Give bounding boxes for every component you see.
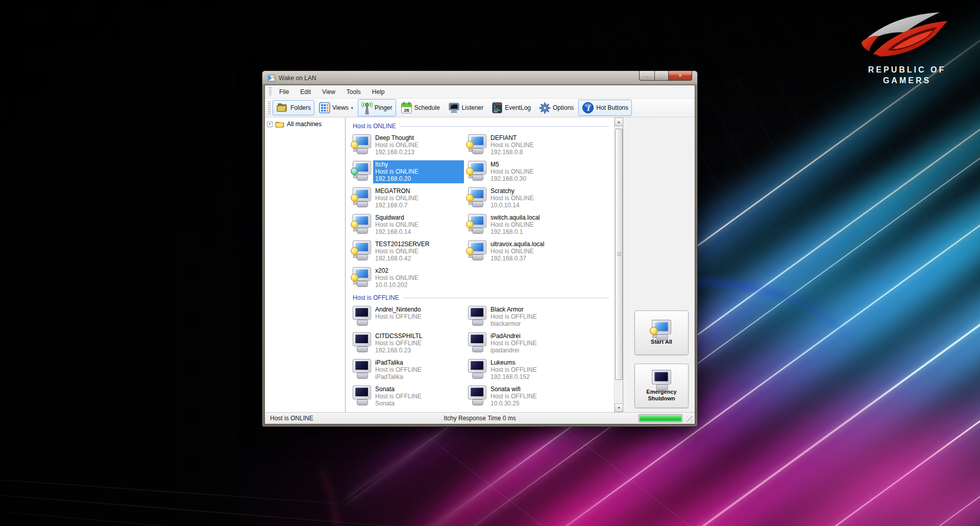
eventlog-label: EventLog bbox=[505, 104, 531, 111]
offline-section-header: Host is OFFLINE bbox=[353, 292, 614, 303]
computer-online-icon bbox=[353, 134, 371, 148]
host-address: 192.168.0.7 bbox=[375, 202, 462, 209]
minimize-button[interactable]: — bbox=[639, 71, 654, 81]
host-item-x202[interactable]: x202Host is ONLINE10.0.10.202 bbox=[353, 266, 468, 292]
bulb-icon bbox=[466, 141, 474, 149]
bulb-icon bbox=[351, 247, 358, 255]
hot-buttons-panel: Start All Emergency Shutdown bbox=[623, 117, 695, 412]
host-status: Host is OFFLINE bbox=[491, 340, 577, 347]
views-label: Views bbox=[332, 104, 349, 111]
scrollbar-thumb[interactable] bbox=[615, 129, 623, 380]
title-bar[interactable]: Wake on LAN — ▢ ✕ bbox=[262, 71, 697, 85]
emergency-shutdown-button[interactable]: Emergency Shutdown bbox=[634, 364, 689, 408]
host-item-m5[interactable]: M5Host is ONLINE192.168.0.30 bbox=[468, 159, 583, 186]
schedule-label: Schedule bbox=[414, 104, 440, 111]
host-item-squidward[interactable]: SquidwardHost is ONLINE192.168.0.14 bbox=[353, 212, 468, 239]
host-status: Host is OFFLINE bbox=[375, 340, 462, 347]
resize-grip[interactable] bbox=[687, 416, 693, 422]
host-status: Host is ONLINE bbox=[491, 141, 577, 149]
eventlog-button[interactable]: EventLog bbox=[488, 100, 534, 115]
host-item-ipadandrei[interactable]: iPadAndreiHost is OFFLINEipadandrei bbox=[468, 331, 583, 357]
listener-button[interactable]: Listener bbox=[445, 100, 487, 115]
scroll-up-button[interactable]: ▲ bbox=[615, 117, 623, 126]
tree-node-label: All machines bbox=[287, 121, 322, 128]
tree-expander-icon[interactable]: + bbox=[267, 122, 273, 127]
close-button[interactable]: ✕ bbox=[669, 71, 692, 81]
host-item-scratchy[interactable]: ScratchyHost is ONLINE10.0.10.14 bbox=[468, 186, 583, 212]
menu-edit[interactable]: Edit bbox=[295, 86, 316, 98]
hot-buttons-button[interactable]: i Hot Buttons bbox=[578, 100, 632, 116]
host-name: Itchy bbox=[375, 161, 462, 168]
computer-online-icon bbox=[353, 187, 371, 201]
host-name: Sonata wifi bbox=[491, 386, 577, 393]
host-address: 192.168.0.20 bbox=[375, 175, 462, 182]
host-name: switch.aquila.local bbox=[491, 214, 577, 221]
computer-offline-icon bbox=[652, 370, 671, 384]
host-item-itchy-selected[interactable]: ItchyHost is ONLINE192.168.0.20 bbox=[353, 159, 468, 186]
computer-offline-icon bbox=[468, 386, 486, 399]
views-button[interactable]: Views ▾ bbox=[315, 100, 357, 115]
host-address: 192.168.0.8 bbox=[491, 149, 577, 156]
host-item-black-armor[interactable]: Black ArmorHost is OFFLINEblackarmor bbox=[468, 304, 583, 331]
menu-tools[interactable]: Tools bbox=[341, 86, 366, 98]
host-item-lukeums[interactable]: LukeumsHost is OFFLINE192.168.0.152 bbox=[468, 357, 583, 384]
status-left-text: Host is ONLINE bbox=[265, 415, 313, 422]
start-all-button[interactable]: Start All bbox=[634, 310, 689, 355]
offline-grid: Andrei_NintendoHost is OFFLINE Black Arm… bbox=[353, 304, 614, 412]
menu-file[interactable]: File bbox=[274, 86, 295, 98]
host-status: Host is OFFLINE bbox=[491, 366, 577, 373]
computer-online-icon bbox=[468, 214, 486, 228]
computer-online-icon bbox=[353, 161, 371, 175]
host-status: Host is ONLINE bbox=[491, 248, 577, 255]
folders-icon bbox=[276, 102, 288, 113]
host-item-sonata-wifi[interactable]: Sonata wifiHost is OFFLINE10.0.30.25 bbox=[468, 384, 583, 411]
views-grid-icon bbox=[319, 102, 330, 113]
maximize-icon: ▢ bbox=[659, 73, 664, 78]
host-address: 192.168.0.14 bbox=[375, 228, 462, 235]
host-item-ultravox[interactable]: ultravox.aquila.localHost is ONLINE192.1… bbox=[468, 239, 583, 266]
host-address: blackarmor bbox=[491, 320, 577, 327]
host-item-andrei-nintendo[interactable]: Andrei_NintendoHost is OFFLINE bbox=[353, 304, 468, 331]
computer-online-icon bbox=[468, 187, 486, 201]
host-item-sonata[interactable]: SonataHost is OFFLINESonata bbox=[353, 384, 468, 411]
menu-bar: File Edit View Tools Help bbox=[265, 85, 695, 99]
computer-offline-icon bbox=[353, 306, 371, 320]
schedule-button[interactable]: 26 Schedule bbox=[397, 100, 444, 116]
host-item-deep-thought[interactable]: Deep ThoughtHost is ONLINE192.168.0.213 bbox=[353, 133, 468, 159]
scroll-down-button[interactable]: ▼ bbox=[615, 403, 623, 412]
maximize-button[interactable]: ▢ bbox=[654, 71, 669, 81]
window-title: Wake on LAN bbox=[279, 75, 316, 82]
hot-buttons-label: Hot Buttons bbox=[596, 104, 628, 111]
host-status: Host is OFFLINE bbox=[375, 366, 462, 373]
host-status: Host is ONLINE bbox=[375, 168, 462, 175]
options-button[interactable]: Options bbox=[535, 100, 577, 116]
host-status: Host is ONLINE bbox=[375, 141, 462, 149]
host-name: x202 bbox=[375, 267, 462, 274]
info-icon: i bbox=[582, 102, 594, 114]
vertical-scrollbar[interactable]: ▲ ▼ bbox=[614, 117, 623, 412]
pinger-button[interactable]: Pinger bbox=[358, 99, 396, 116]
host-status: Host is OFFLINE bbox=[375, 393, 462, 400]
computer-offline-icon bbox=[353, 332, 371, 346]
host-item-megatron[interactable]: MEGATRONHost is ONLINE192.168.0.7 bbox=[353, 186, 468, 212]
host-name: M5 bbox=[491, 161, 577, 168]
monitor-icon bbox=[448, 102, 460, 113]
host-name: Black Armor bbox=[491, 306, 577, 313]
tree-node-all-machines[interactable]: + All machines bbox=[267, 121, 343, 128]
close-icon: ✕ bbox=[678, 73, 682, 78]
host-item-citdcssphiltl[interactable]: CITDCSSPHILTLHost is OFFLINE192.168.0.23 bbox=[353, 331, 468, 357]
host-item-ipadtalika[interactable]: iPadTalikaHost is OFFLINEiPadTalika bbox=[353, 357, 468, 384]
progress-bar bbox=[639, 414, 682, 422]
host-item-switch[interactable]: switch.aquila.localHost is ONLINE192.168… bbox=[468, 212, 583, 239]
menu-view[interactable]: View bbox=[316, 86, 341, 98]
menu-help[interactable]: Help bbox=[366, 86, 390, 98]
host-address: 10.0.10.14 bbox=[491, 202, 577, 209]
bulb-icon bbox=[466, 247, 474, 255]
host-item-test2012server[interactable]: TEST2012SERVERHost is ONLINE192.168.0.42 bbox=[353, 239, 468, 266]
host-address: Sonata bbox=[375, 400, 462, 407]
wake-on-lan-window: Wake on LAN — ▢ ✕ File Edit View Tools H… bbox=[262, 70, 698, 427]
host-item-defiant[interactable]: DEFIANTHost is ONLINE192.168.0.8 bbox=[468, 133, 583, 159]
folders-button[interactable]: Folders bbox=[273, 100, 314, 115]
online-section-header: Host is ONLINE bbox=[353, 121, 614, 132]
host-name: TEST2012SERVER bbox=[375, 241, 462, 248]
